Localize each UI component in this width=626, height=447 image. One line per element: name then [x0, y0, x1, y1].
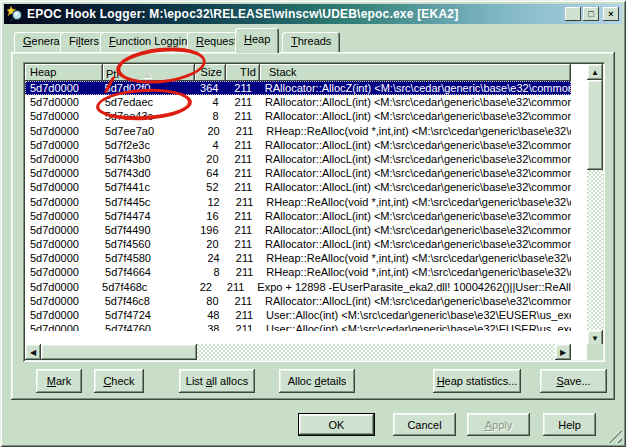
stack-cell: RAllocator::AllocL(int) <M:\src\cedar\ge… [256, 109, 571, 123]
help-button[interactable]: Help [543, 413, 596, 436]
epoc-hook-logger-window: EPOC Hook Logger: M:\epoc32\RELEASE\wins… [0, 0, 626, 447]
ptr-cell: 5d7f4490 [102, 223, 192, 237]
heap-cell: 5d7d0000 [25, 124, 102, 138]
ptr-cell: 5d7f43d0 [102, 166, 192, 180]
sort-ascending-icon [142, 70, 152, 78]
ptr-cell: 5d7f4664 [102, 265, 193, 279]
column-header-stack[interactable]: Stack [260, 64, 571, 81]
scroll-right-button[interactable]: ▶ [555, 344, 571, 360]
table-row[interactable]: 5d7d0000 5d7edaec 4 211 RAllocator::Allo… [25, 95, 571, 109]
alloc-details-button[interactable]: Alloc details [279, 369, 355, 393]
heap-cell: 5d7d0000 [25, 209, 102, 223]
close-button[interactable]: × [603, 7, 619, 21]
stack-cell: RAllocator::AllocL(int) <M:\src\cedar\ge… [256, 294, 571, 308]
ptr-cell: 5d7ee7a0 [102, 124, 193, 138]
heap-cell: 5d7d0000 [25, 95, 102, 109]
apply-button[interactable]: Apply [467, 413, 530, 436]
column-header-tid[interactable]: TId [226, 64, 260, 81]
size-cell: 48 [193, 308, 224, 322]
stack-cell: RHeap::ReAlloc(void *,int,int) <M:\src\c… [257, 265, 571, 279]
ptr-cell: 5d7f4724 [102, 308, 193, 322]
size-cell: 20 [192, 152, 223, 166]
table-row[interactable]: 5d7d0000 5d7f4664 8 211 RHeap::ReAlloc(v… [25, 265, 571, 279]
save-button[interactable]: Save... [540, 369, 607, 393]
tab-heap[interactable]: Heap [235, 28, 279, 53]
tid-cell: 211 [223, 308, 257, 322]
table-row[interactable]: 5d7d0000 5d7f2e3c 4 211 RAllocator::Allo… [25, 138, 571, 152]
tid-cell: 211 [223, 237, 256, 251]
tid-cell: 211 [224, 195, 258, 209]
table-row[interactable]: 5d7d0000 5d7f4580 24 211 RHeap::ReAlloc(… [25, 251, 571, 265]
size-cell: 4 [192, 138, 223, 152]
heap-statistics-button[interactable]: Heap statistics... [433, 369, 521, 393]
table-row[interactable]: 5d7d0000 5d7f441c 52 211 RAllocator::All… [25, 180, 571, 194]
horizontal-scrollbar[interactable]: ◀ ▶ [25, 344, 571, 360]
ptr-cell: 5d7f4474 [102, 209, 192, 223]
heap-cell: 5d7d0000 [25, 280, 99, 294]
column-header-size[interactable]: Size [195, 64, 226, 81]
maximize-button[interactable]: □ [583, 7, 599, 21]
heap-cell: 5d7d0000 [25, 152, 102, 166]
table-row[interactable]: 5d7d0000 5d7f468c 22 211 Expo + 12898 -E… [25, 280, 571, 294]
tid-cell: 211 [224, 124, 258, 138]
ptr-cell: 5d7f4760 [102, 322, 193, 331]
minimize-button[interactable]: _ [565, 7, 581, 21]
vertical-scrollbar-thumb[interactable] [587, 80, 603, 170]
ptr-cell: 5d7f468c [99, 280, 186, 294]
tid-cell: 211 [223, 180, 256, 194]
size-cell: 22 [186, 280, 216, 294]
heap-cell: 5d7d0000 [25, 195, 102, 209]
stack-cell: RAllocator::AllocL(int) <M:\src\cedar\ge… [256, 223, 571, 237]
table-row[interactable]: 5d7d0000 5d7ee43c 8 211 RAllocator::Allo… [25, 109, 571, 123]
horizontal-scrollbar-thumb[interactable] [41, 344, 197, 360]
cancel-button[interactable]: Cancel [393, 413, 456, 436]
check-button[interactable]: Check [94, 369, 144, 393]
scroll-up-button[interactable]: ▲ [587, 64, 603, 80]
scroll-left-button[interactable]: ◀ [25, 344, 41, 360]
tid-cell: 211 [223, 152, 256, 166]
size-cell: 12 [193, 195, 224, 209]
mark-button[interactable]: Mark [36, 369, 82, 393]
stack-cell: RHeap::ReAlloc(void *,int,int) <M:\src\c… [257, 251, 571, 265]
tid-cell: 211 [223, 223, 256, 237]
vertical-scrollbar[interactable]: ▲ ▼ [587, 64, 603, 346]
tid-cell: 211 [223, 138, 256, 152]
table-row[interactable]: 5d7d0000 5d7f4490 196 211 RAllocator::Al… [25, 223, 571, 237]
table-row[interactable]: 5d7d0000 5d7ee7a0 20 211 RHeap::ReAlloc(… [25, 124, 571, 138]
size-cell: 196 [192, 223, 223, 237]
tid-cell: 211 [223, 294, 256, 308]
table-row[interactable]: 5d7d0000 5d7f4474 16 211 RAllocator::All… [25, 209, 571, 223]
size-cell: 52 [192, 180, 223, 194]
heap-cell: 5d7d0000 [25, 237, 102, 251]
table-row[interactable]: 5d7d0000 5d7f4724 48 211 User::Alloc(int… [25, 308, 571, 322]
stack-cell: RAllocator::AllocL(int) <M:\src\cedar\ge… [256, 152, 571, 166]
heap-cell: 5d7d0000 [25, 180, 102, 194]
stack-cell: RAllocator::AllocL(int) <M:\src\cedar\ge… [256, 95, 571, 109]
minimize-icon: _ [570, 13, 575, 22]
column-header-heap[interactable]: Heap [25, 64, 103, 81]
heap-cell: 5d7d0000 [25, 109, 102, 123]
tab-threads[interactable]: Threads [282, 32, 340, 53]
titlebar: EPOC Hook Logger: M:\epoc32\RELEASE\wins… [4, 4, 622, 24]
table-row[interactable]: 5d7d0000 5d7f43b0 20 211 RAllocator::All… [25, 152, 571, 166]
ptr-cell: 5d7f441c [102, 180, 192, 194]
table-row[interactable]: 5d7d0000 5d7f4760 38 211 User::Alloc(int… [25, 322, 571, 331]
table-row[interactable]: 5d7d0000 5d7f445c 12 211 RHeap::ReAlloc(… [25, 195, 571, 209]
ptr-cell: 5d7f4580 [102, 251, 193, 265]
ptr-cell: 5d7f43b0 [102, 152, 192, 166]
app-icon [7, 6, 23, 22]
resize-grip[interactable] [608, 429, 622, 443]
list-all-allocs-button[interactable]: List all allocs [179, 369, 255, 393]
ptr-cell: 5d7f4560 [102, 237, 192, 251]
ok-button[interactable]: OK [298, 413, 375, 436]
column-header-ptr[interactable]: Ptr [103, 64, 195, 81]
heap-cell: 5d7d0000 [25, 81, 102, 95]
tid-cell: 211 [224, 265, 258, 279]
size-cell: 38 [193, 322, 224, 331]
table-row[interactable]: 5d7d0000 5d7f4560 20 211 RAllocator::All… [25, 237, 571, 251]
ptr-cell: 5d7edaec [102, 95, 192, 109]
table-row[interactable]: 5d7d0000 5d7f46c8 80 211 RAllocator::All… [25, 294, 571, 308]
heap-cell: 5d7d0000 [25, 223, 102, 237]
tid-cell: 211 [216, 280, 248, 294]
table-row[interactable]: 5d7d0000 5d7f43d0 64 211 RAllocator::All… [25, 166, 571, 180]
